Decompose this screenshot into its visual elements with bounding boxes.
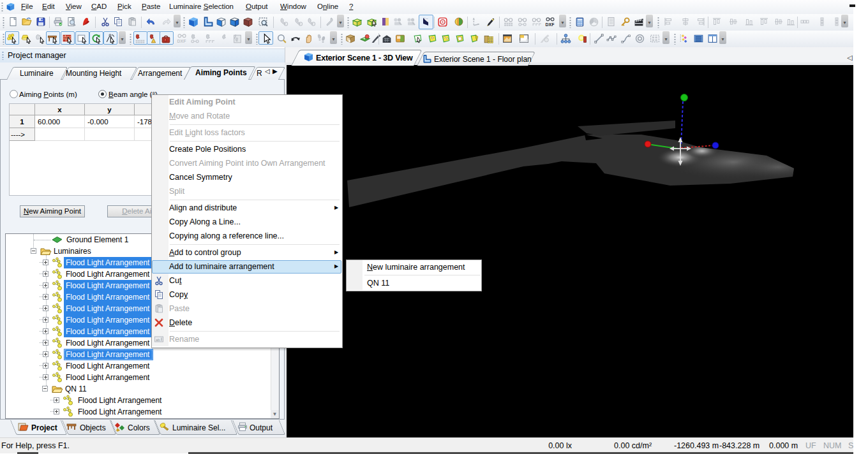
svg-text:ab: ab xyxy=(156,338,160,342)
svg-text:DXF: DXF xyxy=(177,39,186,43)
svg-text:DXF: DXF xyxy=(546,22,555,27)
